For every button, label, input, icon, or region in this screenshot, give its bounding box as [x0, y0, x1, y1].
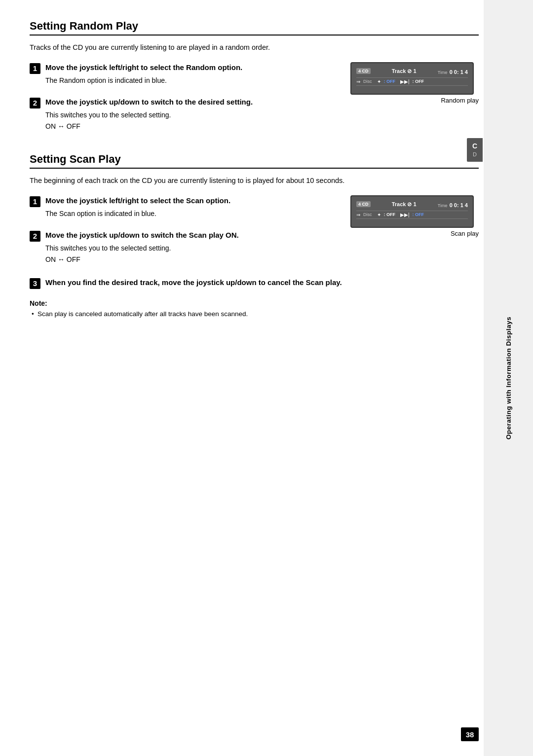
display2-scan-icon: ▶▶| — [400, 212, 410, 217]
step1-title: Move the joystick left/right to select t… — [45, 62, 341, 72]
display2-time-label: Time — [438, 203, 448, 208]
section1-display-wrapper: 4 CD Track ⊘ 1 Time 0 0: 1 4 ⇒ Disc ✦ : … — [350, 62, 479, 104]
section-random-play: Setting Random Play Tracks of the CD you… — [30, 20, 479, 139]
s2-step3-number: 3 — [30, 278, 40, 289]
note-text: Scan play is canceled automatically afte… — [30, 309, 479, 319]
display2-disc-label: Disc — [363, 212, 372, 217]
s2-step3-title: When you find the desired track, move th… — [45, 277, 479, 288]
sidebar-label: Operating with Information Displays — [505, 317, 512, 439]
section1-steps-area: 1 Move the joystick left/right to select… — [30, 62, 479, 139]
display2-annotation: Scan play — [350, 230, 479, 237]
cd-tab: C D — [467, 138, 483, 162]
display2-time-value: 0 0: 1 4 — [450, 202, 468, 208]
s2-step1-title: Move the joystick left/right to select t… — [45, 195, 341, 206]
step2-switch: ON ↔ OFF — [45, 122, 341, 130]
display1-track: Track ⊘ 1 — [392, 68, 417, 74]
section1-intro: Tracks of the CD you are currently liste… — [30, 42, 479, 53]
display1-random-off: : OFF — [384, 79, 396, 84]
display1-disc-label: Disc — [363, 79, 372, 84]
display1-disc-icon: ⇒ — [356, 79, 360, 84]
step1-number: 1 — [30, 63, 40, 74]
display1-header: 4 CD Track ⊘ 1 Time 0 0: 1 4 — [356, 67, 468, 75]
display1-scan-icon: ▶▶| — [400, 79, 410, 84]
display2-cd-badge: 4 CD — [356, 201, 371, 207]
section2-step1: 1 Move the joystick left/right to select… — [30, 195, 341, 221]
page-number: 38 — [461, 727, 479, 741]
s2-step3-content: When you find the desired track, move th… — [45, 277, 479, 290]
note-title: Note: — [30, 299, 479, 307]
s2-step2-number: 2 — [30, 231, 40, 242]
section2-steps-left: 1 Move the joystick left/right to select… — [30, 195, 341, 272]
section1-display: 4 CD Track ⊘ 1 Time 0 0: 1 4 ⇒ Disc ✦ : … — [350, 62, 474, 95]
section2-display-wrapper: 4 CD Track ⊘ 1 Time 0 0: 1 4 ⇒ Disc ✦ : … — [350, 195, 479, 237]
section1-step2: 2 Move the joystick up/down to switch to… — [30, 97, 341, 130]
display1-scan-off: : OFF — [413, 79, 424, 84]
section2-intro: The beginning of each track on the CD yo… — [30, 176, 479, 186]
section2-heading: Setting Scan Play — [30, 153, 479, 169]
display1-random-icon: ✦ — [377, 79, 381, 84]
cd-tab-letter: C — [472, 142, 477, 150]
section2-step2: 2 Move the joystick up/down to switch th… — [30, 230, 341, 263]
section-scan-play: Setting Scan Play The beginning of each … — [30, 153, 479, 319]
section2-display: 4 CD Track ⊘ 1 Time 0 0: 1 4 ⇒ Disc ✦ : … — [350, 195, 474, 228]
section1-heading: Setting Random Play — [30, 20, 479, 36]
section2-steps-area: 1 Move the joystick left/right to select… — [30, 195, 479, 272]
display2-header: 4 CD Track ⊘ 1 Time 0 0: 1 4 — [356, 200, 468, 209]
section2-step3: 3 When you find the desired track, move … — [30, 277, 479, 290]
s2-step1-content: Move the joystick left/right to select t… — [45, 195, 341, 221]
display2-scan-off: : OFF — [413, 212, 424, 217]
s2-step1-number: 1 — [30, 196, 40, 207]
step1-desc: The Random option is indicated in blue. — [45, 75, 341, 86]
step2-number: 2 — [30, 98, 40, 108]
display2-disc-icon: ⇒ — [356, 212, 360, 217]
display1-cd-badge: 4 CD — [356, 68, 371, 74]
section1-step1: 1 Move the joystick left/right to select… — [30, 62, 341, 88]
display2-random-off: : OFF — [384, 212, 396, 217]
display2-row2: ⇒ Disc ✦ : OFF ▶▶| : OFF — [356, 211, 468, 219]
display2-track: Track ⊘ 1 — [392, 201, 417, 208]
main-content: Setting Random Play Tracks of the CD you… — [30, 0, 479, 319]
display1-row2: ⇒ Disc ✦ : OFF ▶▶| : OFF — [356, 77, 468, 86]
s2-step2-title: Move the joystick up/down to switch the … — [45, 230, 341, 240]
note-section: Note: Scan play is canceled automaticall… — [30, 299, 479, 319]
display1-time-label: Time — [438, 70, 448, 75]
s2-step1-desc: The Scan option is indicated in blue. — [45, 209, 341, 219]
step1-content: Move the joystick left/right to select t… — [45, 62, 341, 88]
step2-title: Move the joystick up/down to switch to t… — [45, 97, 341, 107]
step2-desc: This switches you to the selected settin… — [45, 110, 341, 120]
s2-step2-switch: ON ↔ OFF — [45, 255, 341, 263]
display1-time-value: 0 0: 1 4 — [450, 69, 468, 75]
section1-steps-left: 1 Move the joystick left/right to select… — [30, 62, 341, 139]
s2-step2-content: Move the joystick up/down to switch the … — [45, 230, 341, 263]
display2-random-icon: ✦ — [377, 212, 381, 217]
cd-tab-sub: D — [473, 151, 477, 157]
s2-step2-desc: This switches you to the selected settin… — [45, 243, 341, 253]
display1-annotation: Random play — [350, 97, 479, 104]
right-sidebar: Operating with Information Displays — [484, 0, 533, 756]
step2-content: Move the joystick up/down to switch to t… — [45, 97, 341, 130]
